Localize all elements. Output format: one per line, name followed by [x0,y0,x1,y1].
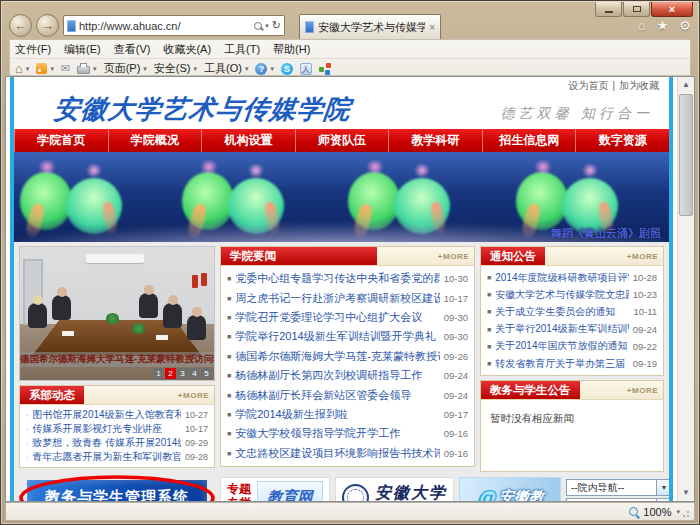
home-icon[interactable]: ⌂ [638,18,646,33]
share-command[interactable] [319,63,331,75]
anhui-education-logo[interactable]: @ 安徽教 [459,477,561,501]
help-command[interactable]: ?▾ [255,63,274,75]
more-link[interactable]: +MORE [627,386,658,395]
tools-menu[interactable]: 工具(O)▾ [204,61,248,76]
news-link[interactable]: 杨德林副厅长第四次到校调研指导工作 [235,368,439,383]
menu-item[interactable]: 帮助(H) [273,42,310,57]
address-bar[interactable]: http://www.ahuac.cn/ ▾ ↻ [63,15,285,36]
chevron-down-icon[interactable]: ▼ [656,480,671,495]
news-link[interactable]: 传媒系开展影视灯光专业讲座 [32,422,181,436]
back-button[interactable]: ← [9,14,32,37]
news-link[interactable]: 周之虎书记一行赴浙沪考察调研新校区建设工作 [235,291,439,306]
news-link[interactable]: 党委中心组专题学习传达中央和省委党的群众路线教育实 [235,271,439,286]
menu-item[interactable]: 查看(V) [114,42,151,57]
page-dot[interactable]: 2 [165,368,176,379]
photo-art [192,275,198,288]
menu-item[interactable]: 文件(F) [15,42,51,57]
more-link[interactable]: +MORE [627,252,658,261]
caret-icon: ▾ [193,65,197,73]
management-system-button[interactable]: 教务与学生管理系统 [27,480,207,501]
browser-tab[interactable]: 安徽大学艺术与传媒学院 × [299,14,441,39]
minimize-button[interactable] [595,2,622,17]
nav-item[interactable]: 学院概况 [108,129,202,152]
page-dot[interactable]: 3 [177,368,188,379]
refresh-icon[interactable]: ↻ [272,19,281,32]
news-link[interactable]: 安徽大学校领导指导学院开学工作 [235,426,439,441]
vertical-scrollbar[interactable]: ▲ ▼ [677,77,694,501]
bullet-icon: · [26,440,28,447]
close-button[interactable]: × [651,2,693,17]
feeds-command[interactable]: ▾ [36,63,54,74]
anhui-education-text: 安徽教 [499,488,544,501]
print-command[interactable]: ▾ [77,63,97,74]
news-row: ■ 德国希尔德斯海姆大学马莲-克莱蒙特教授访问我院 09-26 [227,347,468,366]
page-dot[interactable]: 1 [153,368,164,379]
forward-button[interactable]: → [36,14,59,37]
scrollbar-track[interactable] [678,93,694,485]
news-link[interactable]: 杨德林副厅长拜会新站区管委会领导 [235,388,439,403]
zoom-dropdown-icon[interactable]: ▾ [676,508,680,516]
set-home-link[interactable]: 设为首页 [568,80,608,91]
photo-caption[interactable]: 德国希尔德斯海姆大学马莲-克莱蒙特教授访问我院 [20,352,214,367]
page-dot[interactable]: 4 [189,368,200,379]
scrollbar-thumb[interactable] [679,94,693,216]
campus-nav-select[interactable]: --院内导航-- ▼ [566,479,672,496]
nav-item[interactable]: 机构设置 [201,129,295,152]
nav-item[interactable]: 招生信息网 [482,129,576,152]
news-date: 10-28 [633,272,657,283]
friendly-links-select[interactable]: --友情链接-- ▼ [566,498,672,501]
accelerator-command[interactable]: 人 [300,63,312,75]
news-link[interactable]: 致梦想，致青春 传媒系开展2014级新生 [32,436,181,450]
site-favicon [67,20,76,32]
mail-command[interactable]: ✉ [61,62,70,75]
news-link[interactable]: 安徽大学艺术与传媒学院文忠路校区建 [495,288,628,302]
url-text[interactable]: http://www.ahuac.cn/ [79,20,251,32]
zoom-level[interactable]: 100% [643,506,671,518]
scroll-down-icon[interactable]: ▼ [678,485,694,501]
skype-command[interactable]: S [281,63,293,75]
news-link[interactable]: 学院2014级新生报到啦 [235,407,439,422]
more-link[interactable]: +MORE [438,252,469,261]
news-link[interactable]: 学院召开党委理论学习中心组扩大会议 [235,310,439,325]
gear-icon[interactable]: ⚙ [679,18,691,33]
news-link[interactable]: 关于举行2014级新生军训结训暨开学典 [495,322,628,336]
add-favorite-link[interactable]: 加为收藏 [619,80,659,91]
tab-close-icon[interactable]: × [429,22,435,33]
news-link[interactable]: 2014年度院级科研教研项目评审结果公 [495,271,628,285]
section-title: 教务与学生公告 [481,381,580,399]
scroll-up-icon[interactable]: ▲ [678,77,694,93]
news-link[interactable]: 转发省教育厅关于举办第三届《中国教 [495,357,628,371]
photo-slideshow[interactable]: 德国希尔德斯海姆大学马莲-克莱蒙特教授访问我院 12345 [19,246,215,381]
news-link[interactable]: 关于2014年国庆节放假的通知 [495,339,628,353]
news-date: 09-30 [444,312,468,323]
chevron-down-icon[interactable]: ▼ [656,499,671,501]
nav-item[interactable]: 数字资源 [575,129,669,152]
favorites-star-icon[interactable]: ★ [657,18,669,33]
search-icon[interactable] [254,22,262,30]
menu-item[interactable]: 工具(T) [224,42,260,57]
home-command[interactable]: ⌂▾ [15,63,29,74]
news-link[interactable]: 文忠路校区建设项目环境影响报告书技术评审会在我院召 [235,446,439,461]
news-link[interactable]: 关于成立学生委员会的通知 [495,305,629,319]
anhui-university-box[interactable]: 安徽大学 Anhui University [335,477,454,501]
news-link[interactable]: 图书馆开展2014级新生入馆教育和培训 [32,408,181,422]
zoom-icon[interactable] [629,507,638,516]
news-link[interactable]: 青年志愿者开展为新生和军训教官们送水 [32,450,181,464]
more-link[interactable]: +MORE [178,391,209,400]
address-dropdown-icon[interactable]: ▾ [265,22,269,30]
maximize-button[interactable] [623,2,650,17]
page-menu[interactable]: 页面(P)▾ [104,61,147,76]
education-net-logo[interactable]: 教育网 [257,481,323,501]
bullet-icon: ■ [487,274,491,281]
menu-item[interactable]: 收藏夹(A) [163,42,211,57]
nav-item[interactable]: 师资队伍 [295,129,389,152]
nav-item[interactable]: 教学科研 [388,129,482,152]
news-link[interactable]: 德国希尔德斯海姆大学马莲-克莱蒙特教授访问我院 [235,349,439,364]
banner-slideshow[interactable]: 舞蹈《黄山云涌》剧照 [14,152,669,242]
page-dot[interactable]: 5 [201,368,212,379]
news-link[interactable]: 学院举行2014级新生军训结训暨开学典礼 [235,329,439,344]
nav-item[interactable]: 学院首页 [14,129,108,152]
menu-item[interactable]: 编辑(E) [64,42,101,57]
security-menu[interactable]: 安全(S)▾ [154,61,197,76]
resize-grip[interactable] [682,508,692,518]
